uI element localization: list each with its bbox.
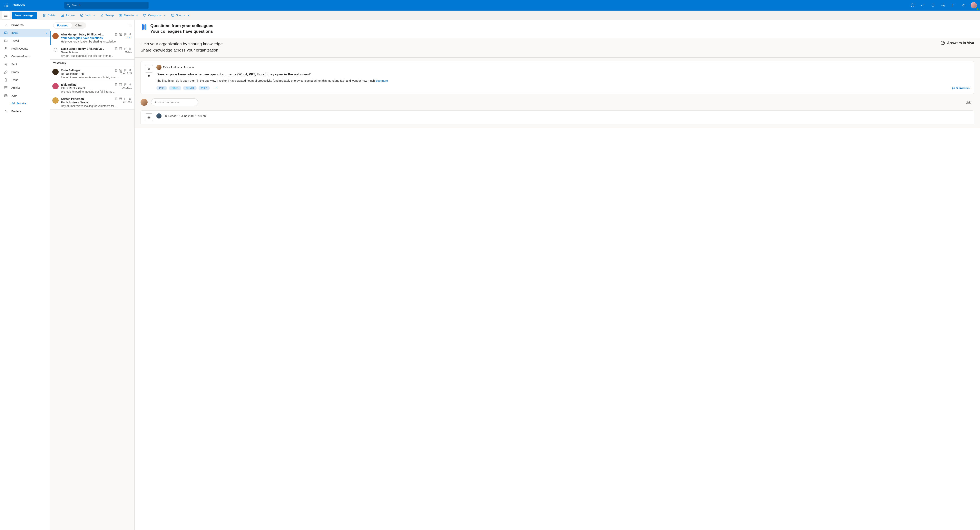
unread-marker[interactable] bbox=[54, 48, 57, 51]
nav-travel[interactable]: Travel bbox=[0, 37, 50, 44]
flag-header-icon[interactable] bbox=[949, 1, 958, 10]
archive-icon[interactable] bbox=[119, 69, 122, 72]
nav-junk[interactable]: Junk bbox=[0, 92, 50, 100]
send-icon bbox=[4, 62, 8, 66]
svg-rect-24 bbox=[5, 87, 7, 87]
notifications-icon[interactable] bbox=[928, 1, 938, 10]
tag-covid[interactable]: COVID bbox=[183, 86, 197, 90]
junk-button[interactable]: Junk bbox=[78, 12, 98, 19]
chevron-right-icon bbox=[4, 110, 8, 113]
favorites-header[interactable]: Favorites bbox=[0, 21, 50, 29]
todo-icon[interactable] bbox=[918, 1, 928, 10]
message-subject: Re: Upcoming Trip bbox=[61, 72, 84, 75]
chat-icon[interactable] bbox=[908, 1, 917, 10]
author-avatar bbox=[156, 113, 162, 119]
tag-2022[interactable]: 2022 bbox=[199, 86, 210, 90]
nav-contoso-group[interactable]: Contoso Group bbox=[0, 52, 50, 60]
svg-rect-35 bbox=[119, 98, 122, 98]
answer-input[interactable] bbox=[151, 98, 198, 106]
archive-icon[interactable] bbox=[119, 47, 122, 50]
message-item[interactable]: Elvia Atkins Intern Meet & Greet Tue 11:… bbox=[50, 81, 134, 95]
see-more-link[interactable]: See more bbox=[375, 79, 388, 82]
post-time: June 23rd, 12:00 pm bbox=[181, 114, 207, 117]
filter-icon[interactable] bbox=[128, 24, 131, 27]
answers-in-viva-link[interactable]: Answers in Viva bbox=[940, 41, 974, 46]
tag-more[interactable]: +3 bbox=[212, 86, 220, 90]
categorize-button[interactable]: Categorize bbox=[141, 12, 168, 19]
nav-inbox[interactable]: Inbox3 bbox=[0, 29, 50, 37]
flag-icon[interactable] bbox=[124, 47, 127, 50]
svg-rect-15 bbox=[61, 14, 64, 15]
clock-icon bbox=[171, 14, 175, 17]
snooze-button[interactable]: Snooze bbox=[169, 12, 192, 19]
delete-icon[interactable] bbox=[115, 83, 118, 86]
settings-icon[interactable] bbox=[939, 1, 948, 10]
upvote-button[interactable] bbox=[145, 65, 153, 73]
chevron-down-icon bbox=[188, 15, 189, 16]
gif-button[interactable]: GIF bbox=[966, 101, 971, 104]
flag-icon[interactable] bbox=[124, 69, 127, 72]
pin-icon[interactable] bbox=[129, 69, 132, 72]
delete-button[interactable]: Delete bbox=[40, 12, 58, 19]
hamburger-icon[interactable] bbox=[2, 11, 10, 19]
nav-trash[interactable]: Trash bbox=[0, 76, 50, 84]
search-box[interactable] bbox=[64, 2, 149, 9]
tag-office[interactable]: Office bbox=[169, 86, 181, 90]
message-preview: @Katri, I uploaded all the pictures from… bbox=[61, 54, 132, 57]
folders-header[interactable]: Folders bbox=[0, 107, 50, 115]
reading-title-1: Questions from your colleagues bbox=[150, 23, 213, 29]
message-item[interactable]: Alan Munger, Daisy Phillips, +6... Your … bbox=[50, 31, 134, 45]
search-input[interactable] bbox=[72, 4, 146, 7]
archive-button[interactable]: Archive bbox=[58, 12, 77, 19]
pin-icon[interactable] bbox=[129, 97, 132, 100]
svg-point-5 bbox=[7, 5, 8, 5]
flag-icon[interactable] bbox=[124, 97, 127, 100]
search-icon bbox=[67, 4, 70, 7]
message-from: Colin Ballinger bbox=[61, 69, 113, 72]
account-avatar[interactable] bbox=[969, 1, 978, 10]
add-favorite-link[interactable]: Add favorite bbox=[0, 100, 50, 107]
delete-icon[interactable] bbox=[115, 97, 118, 100]
delete-icon[interactable] bbox=[115, 47, 118, 50]
message-item[interactable]: Colin Ballinger Re: Upcoming Trip Tue 13… bbox=[50, 67, 134, 81]
delete-icon bbox=[43, 14, 46, 17]
pin-icon[interactable] bbox=[129, 33, 132, 36]
chevron-down-icon bbox=[93, 15, 95, 16]
nav-sent[interactable]: Sent bbox=[0, 60, 50, 68]
archive-icon[interactable] bbox=[119, 83, 122, 86]
move-to-button[interactable]: Move to bbox=[116, 12, 140, 19]
command-bar: New message Delete Archive Junk Sweep Mo… bbox=[0, 11, 980, 20]
new-message-button[interactable]: New message bbox=[12, 12, 37, 19]
delete-icon[interactable] bbox=[115, 33, 118, 36]
sender-avatar bbox=[52, 33, 59, 39]
sweep-button[interactable]: Sweep bbox=[98, 12, 116, 19]
folder-nav: Favorites Inbox3 Travel Robin Counts Con… bbox=[0, 20, 50, 530]
archive-icon[interactable] bbox=[119, 97, 122, 100]
pin-icon[interactable] bbox=[129, 47, 132, 50]
sender-avatar bbox=[52, 69, 59, 75]
vote-count: 0 bbox=[145, 74, 153, 77]
flag-icon[interactable] bbox=[124, 33, 127, 36]
nav-robin-counts[interactable]: Robin Counts bbox=[0, 44, 50, 52]
waffle-icon[interactable] bbox=[2, 1, 11, 10]
archive-icon[interactable] bbox=[119, 33, 122, 36]
tab-focused[interactable]: Focused bbox=[54, 23, 72, 28]
nav-drafts[interactable]: Drafts bbox=[0, 68, 50, 76]
delete-icon[interactable] bbox=[115, 69, 118, 72]
pin-icon[interactable] bbox=[129, 83, 132, 86]
app-header: Outlook bbox=[0, 0, 980, 11]
tab-other[interactable]: Other bbox=[72, 23, 86, 28]
message-time: Tue 11:01 bbox=[120, 86, 132, 90]
upvote-button[interactable] bbox=[145, 113, 153, 121]
message-time: Tue 10:44 bbox=[120, 100, 132, 104]
flag-icon[interactable] bbox=[124, 83, 127, 86]
megaphone-icon[interactable] bbox=[959, 1, 968, 10]
message-item[interactable]: Lydia Bauer, Henry Brill, Kat La... Team… bbox=[50, 45, 134, 60]
message-item[interactable]: Kristen Patterson Fw: Volunteers Needed … bbox=[50, 95, 134, 109]
svg-rect-33 bbox=[119, 69, 122, 70]
answers-count-link[interactable]: 5 answers bbox=[952, 87, 970, 90]
tag-pets[interactable]: Pets bbox=[156, 86, 167, 90]
reading-title-2: Your colleagues have questions bbox=[150, 29, 213, 34]
nav-archive[interactable]: Archive bbox=[0, 84, 50, 92]
tag-icon bbox=[143, 14, 146, 17]
